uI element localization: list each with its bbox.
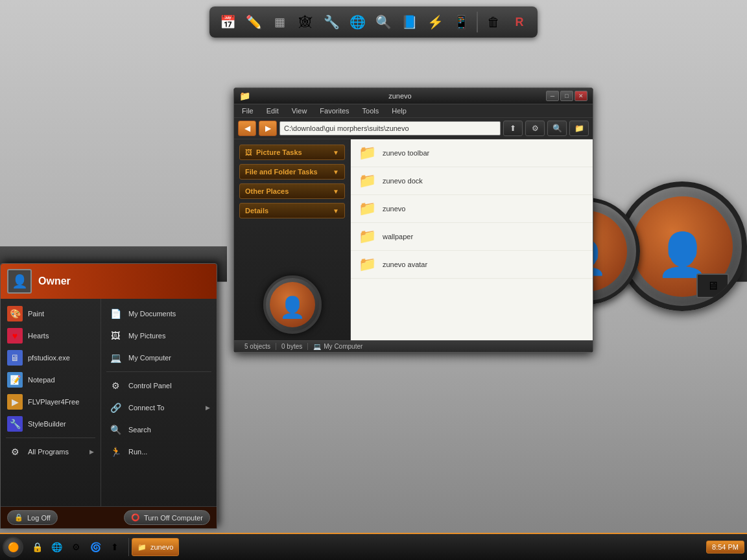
start-item-flvplayer[interactable]: ▶ FLVPlayer4Free: [1, 391, 101, 413]
folder-icon-3: 📁: [359, 228, 376, 245]
my-computer-icon: 💻: [108, 350, 123, 366]
start-right-separator: [106, 371, 211, 372]
magnify-icon[interactable]: 🔍: [372, 10, 395, 34]
start-menu-body: 🎨 Paint ♥ Hearts 🖥 pfstudiox.exe 📝 Notep…: [1, 299, 217, 506]
notepad-icon: 📝: [7, 372, 23, 388]
file-name-3: wallpaper: [383, 233, 413, 240]
maximize-button[interactable]: □: [560, 91, 573, 101]
turnoff-button[interactable]: ⭕ Turn Off Computer: [124, 510, 210, 525]
search-label: Search: [128, 426, 151, 434]
start-item-search[interactable]: 🔍 Search: [101, 419, 217, 441]
search-button[interactable]: 🔍: [547, 121, 567, 136]
folder-icon-1: 📁: [359, 172, 376, 189]
start-item-connect-to[interactable]: 🔗 Connect To ▶: [101, 397, 217, 419]
calendar-icon[interactable]: 📅: [216, 10, 239, 34]
taskbar-gear-icon[interactable]: ⚙: [67, 539, 84, 555]
minimize-button[interactable]: ─: [546, 91, 559, 101]
taskbar: 🟠 🔒 🌐 ⚙ 🌀 ⬆ 📁 zunevo 8:54 PM: [0, 533, 747, 560]
start-left-separator: [6, 438, 95, 438]
stylebuilder-icon: 🔧: [7, 416, 23, 432]
menu-tools[interactable]: Tools: [360, 106, 382, 115]
window-menubar: File Edit View Favorites Tools Help: [234, 104, 593, 118]
window-title: zunevo: [254, 92, 546, 100]
start-avatar-icon: 👤: [12, 274, 28, 289]
start-item-my-documents[interactable]: 📄 My Documents: [101, 303, 217, 325]
details-header-left: Details: [245, 207, 268, 215]
forward-button[interactable]: ▶: [259, 121, 277, 136]
file-item-zunevo-avatar[interactable]: 📁 zunevo avatar: [351, 251, 593, 279]
menu-favorites[interactable]: Favorites: [317, 106, 351, 115]
other-places-header[interactable]: Other Places ▼: [239, 183, 345, 199]
file-item-zunevo-dock[interactable]: 📁 zunevo dock: [351, 167, 593, 195]
window-statusbar: 5 objects 0 bytes 💻 My Computer: [234, 340, 593, 352]
back-button[interactable]: ◀: [238, 121, 256, 136]
menu-view[interactable]: View: [289, 106, 310, 115]
folder-button[interactable]: 📁: [569, 121, 589, 136]
start-item-paint[interactable]: 🎨 Paint: [1, 303, 101, 325]
menu-help[interactable]: Help: [389, 106, 409, 115]
address-input[interactable]: [279, 121, 501, 135]
panel-avatar: 👤: [263, 275, 322, 334]
taskbar-task-zunevo[interactable]: 📁 zunevo: [132, 538, 179, 556]
run-label: Run...: [128, 448, 147, 456]
desktop: 📅 ✏️ ▦ 🕸 🔧 🌐 🔍 📘 ⚡ 📱 🗑 R 👤 🖥 👤 📁: [0, 0, 747, 560]
menu-file[interactable]: File: [239, 106, 256, 115]
picture-tasks-header[interactable]: 🖼 Picture Tasks ▼: [239, 145, 345, 160]
taskbar-web-icon[interactable]: 🌐: [48, 539, 65, 555]
stylebuilder-label: StyleBuilder: [28, 420, 66, 428]
details-header[interactable]: Details ▼: [239, 203, 345, 218]
go-up-button[interactable]: ⬆: [503, 121, 523, 136]
start-item-stylebuilder[interactable]: 🔧 StyleBuilder: [1, 413, 101, 435]
start-item-my-computer[interactable]: 💻 My Computer: [101, 347, 217, 369]
taskbar-circle-icon[interactable]: 🌀: [87, 539, 104, 555]
turnoff-label: Turn Off Computer: [144, 514, 203, 522]
pencil-icon[interactable]: ✏️: [242, 10, 265, 34]
control-panel-label: Control Panel: [128, 382, 172, 390]
r-letter-icon[interactable]: R: [508, 10, 531, 34]
tools-icon[interactable]: 🔧: [320, 10, 343, 34]
pfstudio-label: pfstudiox.exe: [28, 354, 70, 362]
start-item-notepad[interactable]: 📝 Notepad: [1, 369, 101, 391]
columns-icon[interactable]: ▦: [268, 10, 291, 34]
file-list: 📁 zunevo toolbar 📁 zunevo dock 📁 zunevo …: [351, 139, 593, 340]
file-item-wallpaper[interactable]: 📁 wallpaper: [351, 223, 593, 251]
window-title-icon: 📁: [239, 91, 250, 101]
file-folder-header[interactable]: File and Folder Tasks ▼: [239, 164, 345, 180]
trash-icon[interactable]: 🗑: [482, 10, 505, 34]
file-name-0: zunevo toolbar: [383, 149, 429, 157]
settings-button[interactable]: ⚙: [525, 121, 545, 136]
taskbar-lock-icon[interactable]: 🔒: [29, 539, 45, 555]
start-item-pfstudio[interactable]: 🖥 pfstudiox.exe: [1, 347, 101, 369]
my-pictures-label: My Pictures: [128, 332, 165, 340]
start-button-icon: 🟠: [8, 542, 19, 552]
start-item-control-panel[interactable]: ⚙ Control Panel: [101, 375, 217, 397]
menu-edit[interactable]: Edit: [264, 106, 281, 115]
start-user-avatar: 👤: [7, 269, 32, 294]
my-computer-label: My Computer: [128, 354, 171, 362]
file-item-zunevo-toolbar[interactable]: 📁 zunevo toolbar: [351, 139, 593, 167]
picture-tasks-icon: 🖼: [245, 148, 252, 156]
file-name-2: zunevo: [383, 205, 405, 213]
taskbar-task-icon: 📁: [137, 543, 147, 552]
lightning-icon[interactable]: ⚡: [423, 10, 447, 34]
globe-icon[interactable]: 🌐: [346, 10, 369, 34]
paint-icon: 🎨: [7, 306, 23, 321]
start-button[interactable]: 🟠: [3, 537, 23, 557]
file-item-zunevo[interactable]: 📁 zunevo: [351, 195, 593, 223]
close-button[interactable]: ✕: [575, 91, 587, 101]
connect-to-icon: 🔗: [108, 400, 123, 415]
logoff-button[interactable]: 🔒 Log Off: [7, 510, 58, 525]
web-icon[interactable]: 🕸: [294, 10, 317, 34]
other-places-header-left: Other Places: [245, 187, 289, 195]
notepad-label: Notepad: [28, 376, 55, 384]
file-folder-label: File and Folder Tasks: [245, 168, 318, 176]
start-item-my-pictures[interactable]: 🖼 My Pictures: [101, 325, 217, 347]
avatar-inner: 👤: [270, 282, 315, 327]
phone-icon[interactable]: 📱: [449, 10, 473, 34]
status-objects: 5 objects: [239, 343, 276, 350]
start-item-run[interactable]: 🏃 Run...: [101, 441, 217, 463]
start-item-hearts[interactable]: ♥ Hearts: [1, 325, 101, 347]
taskbar-up-icon[interactable]: ⬆: [106, 539, 123, 555]
start-item-all-programs[interactable]: ⚙ All Programs ▶: [1, 441, 101, 463]
book-icon[interactable]: 📘: [397, 10, 421, 34]
